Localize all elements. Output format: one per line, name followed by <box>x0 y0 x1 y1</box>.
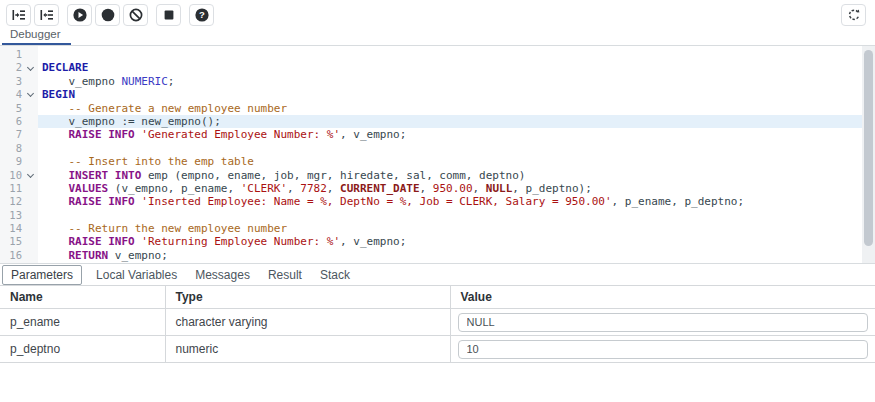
tab-local-variables[interactable]: Local Variables <box>87 266 186 284</box>
toggle-breakpoint-button[interactable] <box>95 4 120 26</box>
continue-icon <box>72 7 88 23</box>
debugger-toolbar: ? <box>0 0 875 27</box>
line-number[interactable]: 7 <box>0 128 22 141</box>
gutter: 14 <box>0 222 38 235</box>
code-text[interactable]: RETURN v_empno; <box>38 249 862 262</box>
help-button[interactable]: ? <box>189 4 214 26</box>
step-into-button[interactable] <box>6 4 31 26</box>
line-number[interactable]: 4 <box>0 88 22 101</box>
code-line: 4BEGIN <box>0 88 875 101</box>
line-number[interactable]: 16 <box>0 249 22 262</box>
code-text[interactable]: -- Generate a new employee number <box>38 102 862 115</box>
scrollbar-thumb[interactable] <box>864 50 873 246</box>
fold-toggle[interactable] <box>22 169 38 182</box>
code-token: , p_deptno); <box>512 182 591 195</box>
code-line: 11 VALUES (v_empno, p_ename, 'CLERK', 77… <box>0 182 875 195</box>
line-number[interactable]: 1 <box>0 48 22 61</box>
fold-spacer <box>22 155 38 168</box>
code-text[interactable]: VALUES (v_empno, p_ename, 'CLERK', 7782,… <box>38 182 862 195</box>
gutter: 16 <box>0 249 38 262</box>
tab-parameters[interactable]: Parameters <box>2 265 82 285</box>
stop-button[interactable] <box>156 4 181 26</box>
code-line: 10 INSERT INTO emp (empno, ename, job, m… <box>0 169 875 182</box>
code-text[interactable] <box>38 209 862 222</box>
fold-toggle[interactable] <box>22 61 38 74</box>
code-text[interactable]: -- Return the new employee number <box>38 222 862 235</box>
tab-result[interactable]: Result <box>259 266 311 284</box>
code-text[interactable] <box>38 48 862 61</box>
line-number[interactable]: 3 <box>0 75 22 88</box>
code-token <box>42 128 69 141</box>
tab-debugger[interactable]: Debugger <box>2 27 71 45</box>
line-number[interactable]: 15 <box>0 235 22 248</box>
code-text[interactable]: v_empno NUMERIC; <box>38 75 862 88</box>
code-token: v_empno := new_empno(); <box>42 115 221 128</box>
line-number[interactable]: 8 <box>0 142 22 155</box>
fold-spacer <box>22 115 38 128</box>
fold-spacer <box>22 142 38 155</box>
code-token: (v_empno, p_ename, <box>108 182 240 195</box>
code-line: 9 -- Insert into the emp table <box>0 155 875 168</box>
param-value-input[interactable] <box>458 313 869 332</box>
tab-stack[interactable]: Stack <box>311 266 359 284</box>
params-table-body: p_enamecharacter varyingp_deptnonumeric <box>0 309 875 363</box>
code-text[interactable]: RAISE INFO 'Generated Employee Number: %… <box>38 128 862 141</box>
line-number[interactable]: 12 <box>0 195 22 208</box>
tab-bar: Debugger <box>0 27 875 46</box>
line-number[interactable]: 2 <box>0 61 22 74</box>
code-token: v_empno <box>42 75 121 88</box>
code-text[interactable]: RAISE INFO 'Inserted Employee: Name = %,… <box>38 195 862 208</box>
param-type-cell: numeric <box>165 336 450 363</box>
code-token: , <box>327 182 340 195</box>
code-editor[interactable]: 12DECLARE3 v_empno NUMERIC;4BEGIN5 -- Ge… <box>0 46 875 264</box>
code-token: 'Returning Employee Number: %' <box>141 235 340 248</box>
fold-spacer <box>22 235 38 248</box>
line-number[interactable]: 11 <box>0 182 22 195</box>
code-token: , p_ename, p_deptno; <box>612 195 744 208</box>
step-over-button[interactable] <box>34 4 59 26</box>
code-text[interactable]: -- Insert into the emp table <box>38 155 862 168</box>
code-text[interactable] <box>38 142 862 155</box>
line-number[interactable]: 10 <box>0 169 22 182</box>
code-line: 5 -- Generate a new employee number <box>0 102 875 115</box>
code-line: 14 -- Return the new employee number <box>0 222 875 235</box>
code-line: 2DECLARE <box>0 61 875 74</box>
code-token: -- Insert into the emp table <box>42 155 254 168</box>
step-into-icon <box>11 7 27 23</box>
code-text[interactable]: DECLARE <box>38 61 862 74</box>
code-token: RAISE INFO <box>69 235 135 248</box>
line-number[interactable]: 5 <box>0 102 22 115</box>
code-text[interactable]: RAISE INFO 'Returning Employee Number: %… <box>38 235 862 248</box>
chevron-down-icon <box>26 90 33 97</box>
code-token: emp (empno, ename, job, mgr, hiredate, s… <box>141 169 525 182</box>
code-token: , <box>420 182 433 195</box>
code-token: DECLARE <box>42 61 88 74</box>
line-number[interactable]: 13 <box>0 209 22 222</box>
table-row: p_enamecharacter varying <box>0 309 875 336</box>
code-token: v_empno; <box>108 249 168 262</box>
code-text[interactable]: v_empno := new_empno(); <box>38 115 862 128</box>
code-token: 'Generated Employee Number: %' <box>141 128 340 141</box>
gutter: 6 <box>0 115 38 128</box>
line-number[interactable]: 6 <box>0 115 22 128</box>
line-number[interactable]: 14 <box>0 222 22 235</box>
tab-messages[interactable]: Messages <box>186 266 259 284</box>
fold-toggle[interactable] <box>22 88 38 101</box>
code-text[interactable]: INSERT INTO emp (empno, ename, job, mgr,… <box>38 169 862 182</box>
code-line: 13 <box>0 209 875 222</box>
param-value-input[interactable] <box>458 340 869 359</box>
gutter: 4 <box>0 88 38 101</box>
code-line: 12 RAISE INFO 'Inserted Employee: Name =… <box>0 195 875 208</box>
code-token: INSERT INTO <box>69 169 142 182</box>
params-header-row: NameTypeValue <box>0 286 875 309</box>
scrollbar-track[interactable] <box>862 46 875 263</box>
continue-button[interactable] <box>67 4 92 26</box>
code-line: 8 <box>0 142 875 155</box>
reset-layout-button[interactable] <box>841 4 866 26</box>
step-over-icon <box>39 7 55 23</box>
code-text[interactable]: BEGIN <box>38 88 862 101</box>
clear-all-breakpoints-button[interactable] <box>123 4 148 26</box>
line-number[interactable]: 9 <box>0 155 22 168</box>
code-token <box>42 195 69 208</box>
gutter: 15 <box>0 235 38 248</box>
